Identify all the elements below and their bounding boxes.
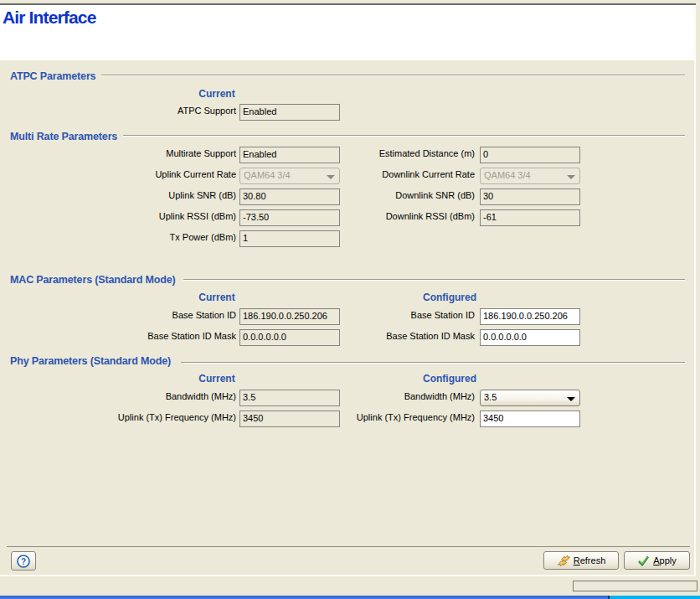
svg-text:?: ?: [21, 557, 26, 566]
